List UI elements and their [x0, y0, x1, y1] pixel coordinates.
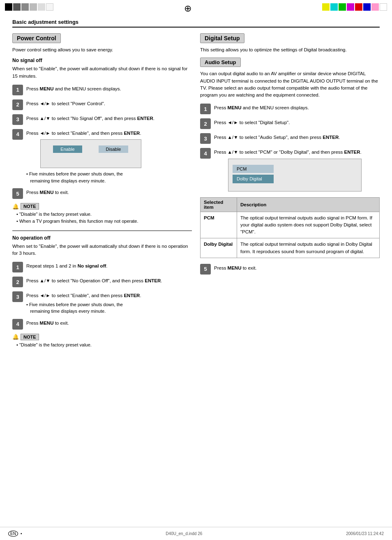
two-column-layout: Power Control Power control setting allo… [12, 33, 380, 352]
no-op-steps: 1 Repeat steps 1 and 2 in No signal off.… [12, 261, 192, 329]
ds-step-num-5: 5 [200, 264, 211, 275]
color-bars-right [322, 3, 387, 11]
step-num-4: 4 [12, 129, 23, 140]
power-control-header: Power Control [12, 33, 61, 43]
ds-step-num-4: 4 [200, 148, 211, 159]
op-step-1: 1 Repeat steps 1 and 2 in No signal off. [12, 261, 192, 272]
no-operation-off-desc: When set to "Enable", the power will aut… [12, 243, 192, 257]
op-step-text-3: Press ◄/► to select "Enable", and then p… [26, 291, 141, 314]
ds-step-text-5: Press MENU to exit. [214, 263, 257, 272]
step-num-1: 1 [12, 85, 23, 95]
ds-step-text-2: Press ◄/► to select "Digital Setup". [214, 118, 290, 126]
color-bar-pink [371, 3, 379, 11]
step-num-5: 5 [12, 188, 23, 199]
op-step-num-3: 3 [12, 291, 23, 302]
note-item-1b: When a TV program finishes, this functio… [16, 218, 192, 224]
step-4: 4 Press ◄/► to select "Enable", and then… [12, 128, 192, 184]
ds-step-num-1: 1 [200, 104, 211, 114]
table-cell-dolby-desc: The optical output terminal outputs audi… [237, 238, 379, 258]
bottom-bar: EN • D40U_en_d.indd 26 2006/01/23 11:24:… [0, 527, 392, 540]
color-bar-green [339, 3, 346, 11]
no-signal-off-title: No signal off [12, 58, 192, 63]
ds-step-num-3: 3 [200, 133, 211, 144]
dolby-item[interactable]: Dolby Digital [233, 175, 274, 183]
bottom-date: 2006/01/23 11:24:42 [346, 531, 384, 536]
step-5: 5 Press MENU to exit. [12, 187, 192, 199]
step-num-2: 2 [12, 99, 23, 110]
audio-setup-header: Audio Setup [200, 58, 241, 67]
table-cell-dolby-name: Dolby Digital [201, 238, 237, 258]
op-step-2: 2 Press ▲/▼ to select "No Operation Off"… [12, 276, 192, 287]
note-header-2: 🔔 NOTE [12, 334, 192, 340]
note-header-1: 🔔 NOTE [12, 203, 192, 210]
op-step-num-2: 2 [12, 277, 23, 287]
main-content: Basic adjustment settings Power Control … [0, 15, 392, 365]
step-1: 1 Press MENU and the MENU screen display… [12, 84, 192, 95]
color-bar-blue [363, 3, 371, 11]
op-step-text-1: Repeat steps 1 and 2 in No signal off. [26, 261, 108, 270]
note-label-2: NOTE [21, 334, 39, 340]
op-step-3: 3 Press ◄/► to select "Enable", and then… [12, 291, 192, 314]
right-column: Digital Setup This setting allows you to… [200, 33, 380, 352]
ds-step-text-1: Press MENU and the MENU screen displays. [214, 103, 309, 111]
table-cell-pcm-name: PCM [201, 212, 237, 238]
step-text-4: Press ◄/► to select "Enable", and then p… [26, 128, 141, 184]
pcm-item[interactable]: PCM [233, 165, 274, 173]
ds-step-3: 3 Press ▲/▼ to select "Audio Setup", and… [200, 132, 380, 144]
note-box-1: 🔔 NOTE "Disable" is the factory preset v… [12, 203, 192, 225]
digital-screen-mockup: PCM Dolby Digital [228, 159, 362, 192]
reg-square-2 [13, 3, 21, 11]
op-step-4: 4 Press MENU to exit. [12, 318, 192, 330]
color-bar-magenta [347, 3, 354, 11]
dot-separator: • [21, 531, 22, 536]
color-bar-white [380, 3, 387, 11]
power-control-desc: Power control setting allows you to save… [12, 46, 192, 53]
no-signal-off-desc: When set to "Enable", the power will aut… [12, 65, 192, 80]
ds-step-2: 2 Press ◄/► to select "Digital Setup". [200, 118, 380, 129]
reg-square-6 [46, 3, 53, 11]
color-bar-red [355, 3, 362, 11]
note-box-2: 🔔 NOTE "Disable" is the factory preset v… [12, 334, 192, 348]
reg-square-3 [21, 3, 29, 11]
reg-square-5 [38, 3, 45, 11]
step-text-5: Press MENU to exit. [26, 187, 69, 196]
no-operation-off-title: No operation off [12, 235, 192, 241]
en-badge: EN [8, 531, 18, 537]
audio-setup-desc: You can output digital audio to an AV am… [200, 70, 380, 99]
table-header-desc: Description [237, 197, 379, 212]
reg-square-4 [30, 3, 37, 11]
digital-setup-header: Digital Setup [200, 33, 244, 43]
ds-step-5: 5 Press MENU to exit. [200, 263, 380, 275]
enable-button[interactable]: Enable [53, 145, 82, 153]
power-control-steps: 1 Press MENU and the MENU screen display… [12, 84, 192, 199]
audio-info-table: Selected item Description PCM The optica… [200, 197, 380, 258]
step-3: 3 Press ▲/▼ to select "No Signal Off", a… [12, 113, 192, 125]
digital-setup-desc: This setting allows you to optimize the … [200, 46, 380, 53]
bottom-file: D40U_en_d.indd 26 [166, 531, 202, 536]
disable-button[interactable]: Disable [99, 145, 129, 153]
step-num-3: 3 [12, 114, 23, 125]
op-step-text-2: Press ▲/▼ to select "No Operation Off", … [26, 276, 162, 284]
color-bar-cyan [330, 3, 338, 11]
ds-step-text-3: Press ▲/▼ to select "Audio Setup", and t… [214, 132, 340, 141]
registration-marks-left [5, 3, 53, 11]
table-row-pcm: PCM The optical output terminal outputs … [201, 212, 380, 238]
divider-1 [12, 231, 192, 231]
ds-step-num-2: 2 [200, 118, 211, 129]
note-icon-1: 🔔 [12, 203, 19, 210]
crosshair-center: ⊕ [184, 3, 191, 14]
ds-step-4: 4 Press ▲/▼ to select "PCM" or "Dolby Di… [200, 147, 380, 194]
note-item-2a: "Disable" is the factory preset value. [16, 342, 192, 348]
step-text-2: Press ◄/► to select "Power Control". [26, 99, 105, 107]
table-row-dolby: Dolby Digital The optical output termina… [201, 238, 380, 258]
screen-buttons: Enable Disable [45, 145, 137, 153]
bottom-left: EN • [8, 531, 22, 537]
left-column: Power Control Power control setting allo… [12, 33, 192, 352]
step-text-1: Press MENU and the MENU screen displays. [26, 84, 121, 92]
reg-square-1 [5, 3, 12, 11]
top-marks: ⊕ [0, 0, 392, 15]
table-header-item: Selected item [201, 197, 237, 212]
op-step-num-4: 4 [12, 319, 23, 330]
step-text-3: Press ▲/▼ to select "No Signal Off", and… [26, 113, 154, 122]
step-2: 2 Press ◄/► to select "Power Control". [12, 99, 192, 110]
